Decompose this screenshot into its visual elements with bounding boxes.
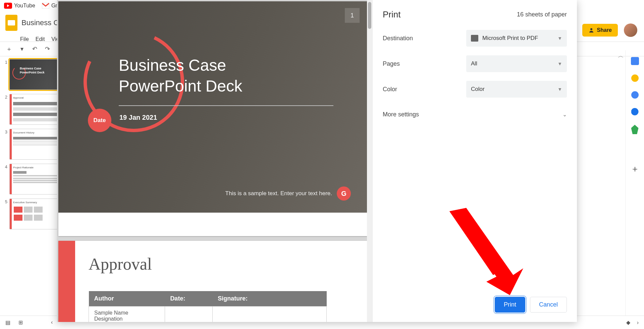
grid-view-icon[interactable]: ⊞	[18, 319, 23, 326]
print-preview-pane[interactable]: 1 Business Case PowerPoint Deck Date 19 …	[57, 0, 372, 322]
page-number-badge: 1	[345, 8, 360, 23]
contacts-icon[interactable]	[631, 108, 639, 115]
slides-logo-icon[interactable]	[5, 15, 17, 31]
page2-title: Approval	[89, 254, 152, 274]
sample-text: This is a sample text. Enter your text h…	[225, 190, 332, 197]
print-dialog: 1 Business Case PowerPoint Deck Date 19 …	[57, 0, 577, 322]
thumb-index: 1	[3, 59, 7, 90]
svg-point-3	[590, 28, 592, 30]
more-settings-toggle[interactable]: More settings ⌄	[383, 111, 567, 118]
slide-thumb-4[interactable]: Project Rationale	[9, 164, 63, 195]
sheets-count: 16 sheets of paper	[517, 11, 567, 18]
slide-thumb-2[interactable]: Approval	[9, 94, 63, 125]
collapse-rail-icon[interactable]: ‹	[51, 319, 53, 326]
print-settings-panel: Print 16 sheets of paper Destination Mic…	[372, 0, 577, 322]
table-row: Sample Name Designation	[89, 307, 327, 322]
filmstrip-view-icon[interactable]: ▤	[5, 319, 10, 326]
youtube-icon	[4, 3, 12, 9]
thumb-index: 4	[3, 164, 7, 195]
keep-icon[interactable]	[631, 74, 639, 82]
chevron-down-icon[interactable]: ▾	[18, 45, 25, 53]
slide-thumb-3[interactable]: Document History	[9, 129, 63, 160]
color-label: Color	[383, 86, 397, 93]
collapse-panel-icon[interactable]: ︿	[618, 52, 624, 60]
preview-page-1: 1 Business Case PowerPoint Deck Date 19 …	[58, 1, 371, 236]
lock-person-icon	[588, 27, 594, 33]
slide-thumb-5[interactable]: Executive Summary	[9, 199, 63, 229]
th-signature: Signature:	[212, 291, 326, 307]
chevron-down-icon: ▼	[557, 87, 562, 92]
share-button[interactable]: Share	[582, 24, 618, 37]
calendar-icon[interactable]	[631, 57, 639, 65]
preview-scrollbar[interactable]	[367, 0, 372, 322]
chevron-down-icon: ▼	[557, 36, 562, 41]
chevron-right-icon[interactable]: ›	[637, 320, 639, 326]
gmail-icon	[42, 3, 49, 9]
date-bubble: Date	[88, 109, 111, 132]
chevron-down-icon: ⌄	[562, 111, 567, 118]
approval-table: Author Date: Signature: Sample Name Desi…	[89, 291, 327, 322]
undo-button[interactable]: ↶	[31, 45, 38, 53]
g-badge-icon: G	[337, 186, 351, 201]
cancel-button[interactable]: Cancel	[530, 297, 567, 313]
th-author: Author	[89, 291, 165, 307]
redo-button[interactable]: ↷	[44, 45, 51, 53]
new-slide-button[interactable]: ＋	[5, 45, 13, 53]
bookmark-label: YouTube	[14, 3, 35, 9]
slide-thumb-1[interactable]: Business Case PowerPoint Deck	[9, 59, 63, 90]
tasks-icon[interactable]	[631, 91, 639, 99]
pages-label: Pages	[383, 60, 400, 67]
date-value: 19 Jan 2021	[119, 114, 157, 121]
thumb-index: 2	[3, 94, 7, 125]
red-stripe	[58, 241, 75, 322]
bookmark-youtube[interactable]: YouTube	[4, 3, 35, 9]
thumb-index: 5	[3, 199, 7, 229]
destination-label: Destination	[383, 35, 413, 42]
user-avatar[interactable]	[624, 23, 637, 37]
title-rule	[119, 105, 333, 106]
chevron-down-icon: ▼	[557, 61, 562, 66]
print-title: Print	[383, 9, 400, 20]
add-addon-icon[interactable]: ＋	[631, 163, 639, 175]
explore-icon[interactable]: ◆	[626, 319, 630, 326]
pages-select[interactable]: All ▼	[466, 55, 567, 72]
print-confirm-button[interactable]: Print	[495, 297, 525, 313]
printer-icon	[471, 35, 478, 42]
maps-icon[interactable]	[631, 125, 639, 134]
slide-title: Business Case PowerPoint Deck	[119, 55, 242, 97]
color-select[interactable]: Color ▼	[466, 81, 567, 98]
thumb-index: 3	[3, 129, 7, 160]
preview-page-2: Approval Author Date: Signature: Sample …	[58, 241, 371, 322]
share-label: Share	[597, 27, 612, 33]
scrollbar-thumb[interactable]	[368, 2, 371, 29]
destination-select[interactable]: Microsoft Print to PDF ▼	[466, 30, 567, 47]
th-date: Date:	[165, 291, 212, 307]
side-addon-panel: ＋	[625, 50, 644, 319]
